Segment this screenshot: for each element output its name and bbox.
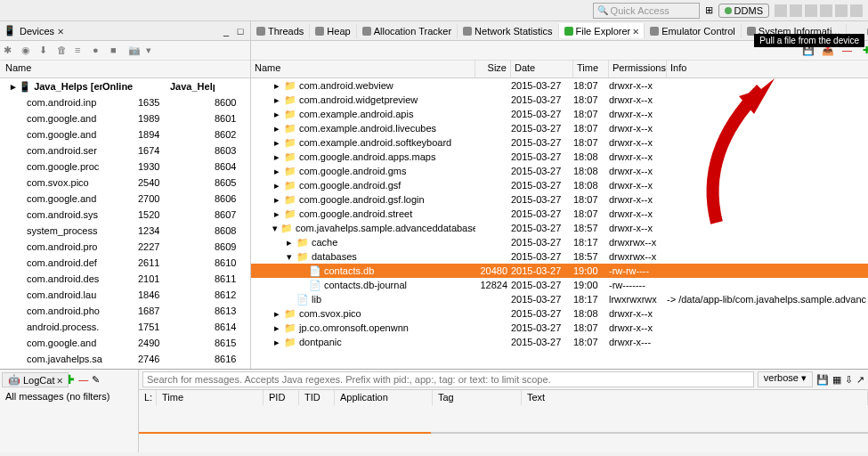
devices-tab-label[interactable]: Devices bbox=[20, 26, 54, 37]
toolbar-icon[interactable] bbox=[775, 4, 787, 17]
tab-network[interactable]: Network Statistics bbox=[458, 24, 558, 38]
file-row[interactable]: ▸📁com.svox.pico2015-03-2718:08drwxr-x--x bbox=[251, 306, 868, 321]
process-row[interactable]: com.google.and24908615 bbox=[0, 335, 250, 351]
file-row[interactable]: ▸📁com.google.android.street2015-03-2718:… bbox=[251, 207, 868, 221]
expand-icon[interactable]: ▾ bbox=[285, 251, 294, 263]
file-row[interactable]: ▸📁com.google.android.gms2015-03-2718:08d… bbox=[251, 164, 868, 178]
perspective-ddms[interactable]: DDMS bbox=[718, 4, 769, 18]
header-name[interactable]: Name bbox=[251, 61, 475, 77]
threads-icon[interactable]: ≡ bbox=[75, 45, 87, 57]
close-icon[interactable]: ⨉ bbox=[58, 25, 63, 37]
file-row[interactable]: ▸📁com.google.android.gsf2015-03-2718:08d… bbox=[251, 178, 868, 192]
process-row[interactable]: com.android.pro22278609 bbox=[0, 239, 250, 255]
file-tree[interactable]: ▸📁com.android.webview2015-03-2718:07drwx… bbox=[251, 78, 868, 369]
file-row[interactable]: ▸📁com.google.android.apps.maps2015-03-27… bbox=[251, 150, 868, 164]
process-row[interactable]: com.android.def26118610 bbox=[0, 255, 250, 271]
process-row[interactable]: com.google.and18948602 bbox=[0, 126, 250, 142]
tab-allocation[interactable]: Allocation Tracker bbox=[357, 24, 458, 38]
process-row[interactable]: system_process12348608 bbox=[0, 223, 250, 239]
file-row[interactable]: ▸📁dontpanic2015-03-2718:07drwxr-x--- bbox=[251, 335, 868, 349]
process-row[interactable]: com.android.ser16748603 bbox=[0, 142, 250, 159]
toolbar-icon[interactable] bbox=[820, 4, 832, 17]
dump-icon[interactable]: ⬇ bbox=[39, 45, 52, 57]
toolbar-icon[interactable] bbox=[790, 4, 802, 17]
remove-filter-icon[interactable]: — bbox=[78, 374, 88, 385]
devices-header-name[interactable]: Name bbox=[0, 61, 37, 77]
process-row[interactable]: com.google.and19898601 bbox=[0, 110, 250, 126]
expand-icon[interactable]: ▸ bbox=[272, 80, 281, 92]
edit-filter-icon[interactable]: ✎ bbox=[92, 374, 100, 386]
process-row[interactable]: com.google.and27008606 bbox=[0, 191, 250, 207]
process-row[interactable]: com.android.lau18468612 bbox=[0, 287, 250, 303]
clear-log-icon[interactable]: ▦ bbox=[832, 374, 841, 386]
expand-icon[interactable]: ▾ bbox=[272, 223, 278, 234]
expand-icon[interactable]: ▸ bbox=[272, 180, 281, 191]
logcat-search-input[interactable] bbox=[142, 371, 754, 387]
emulator-row[interactable]: ▸ 📱 Java_Helps [emula Online Java_Helps … bbox=[0, 78, 250, 94]
toolbar-icon[interactable] bbox=[805, 4, 817, 17]
tab-heap[interactable]: Heap bbox=[310, 24, 356, 38]
expand-icon[interactable]: ▸ bbox=[272, 151, 281, 163]
tab-threads[interactable]: Threads bbox=[251, 24, 310, 38]
expand-icon[interactable]: ▸ bbox=[272, 322, 281, 334]
file-row[interactable]: ▸📁com.example.android.apis2015-03-2718:0… bbox=[251, 107, 868, 121]
scroll-lock-icon[interactable]: ⇩ bbox=[845, 374, 853, 386]
file-row[interactable]: 📄lib2015-03-2718:17lrwxrwxrwx-> /data/ap… bbox=[251, 292, 868, 306]
toolbar-icon[interactable] bbox=[835, 4, 848, 17]
expand-icon[interactable]: ▸ bbox=[272, 337, 281, 348]
profile-icon[interactable]: ● bbox=[93, 45, 105, 57]
tab-file-explorer[interactable]: File Explorer ⨉ bbox=[559, 23, 645, 38]
file-row[interactable]: ▸📁cache2015-03-2718:17drwxrwx--x bbox=[251, 235, 868, 249]
header-info[interactable]: Info bbox=[667, 61, 868, 77]
log-level-select[interactable]: verbose ▾ bbox=[758, 371, 813, 387]
expand-icon[interactable]: ▸ bbox=[272, 208, 281, 220]
process-row[interactable]: com.svox.pico25408605 bbox=[0, 175, 250, 191]
expand-icon[interactable]: ▸ bbox=[272, 166, 281, 177]
tab-emulator[interactable]: Emulator Control bbox=[645, 24, 742, 38]
process-row[interactable]: android.process.17518614 bbox=[0, 319, 250, 335]
file-row[interactable]: ▾📁databases2015-03-2718:57drwxrwx--x bbox=[251, 249, 868, 264]
file-row[interactable]: 📄contacts.db-journal128242015-03-2719:00… bbox=[251, 278, 868, 292]
expand-icon[interactable]: ▸ bbox=[272, 137, 281, 149]
file-row[interactable]: ▸📁com.example.android.softkeyboard2015-0… bbox=[251, 135, 868, 150]
file-row[interactable]: ▸📁com.android.webview2015-03-2718:07drwx… bbox=[251, 78, 868, 93]
file-row[interactable]: ▸📁jp.co.omronsoft.openwnn2015-03-2718:07… bbox=[251, 321, 868, 335]
process-row[interactable]: com.javahelps.sa27468616 bbox=[0, 351, 250, 367]
process-row[interactable]: com.android.des21018611 bbox=[0, 271, 250, 287]
file-row[interactable]: ▸📁com.google.android.gsf.login2015-03-27… bbox=[251, 192, 868, 207]
expand-icon[interactable]: ▸ bbox=[285, 237, 294, 248]
quick-access-search[interactable]: Quick Access bbox=[593, 3, 700, 19]
devices-table[interactable]: ▸ 📱 Java_Helps [emula Online Java_Helps … bbox=[0, 78, 250, 369]
maximize-icon[interactable]: □ bbox=[234, 25, 247, 37]
header-permissions[interactable]: Permissions bbox=[609, 61, 667, 77]
maximize-icon[interactable]: □ bbox=[864, 25, 868, 37]
menu-icon[interactable]: ▾ bbox=[146, 45, 158, 57]
header-size[interactable]: Size bbox=[475, 61, 511, 77]
toolbar-icon[interactable] bbox=[850, 4, 863, 17]
header-time[interactable]: Time bbox=[573, 61, 609, 77]
header-date[interactable]: Date bbox=[511, 61, 573, 77]
close-icon[interactable]: ⨉ bbox=[633, 25, 638, 37]
file-row[interactable]: ▸📁com.android.widgetpreview2015-03-2718:… bbox=[251, 93, 868, 107]
process-row[interactable]: com.android.pho16878613 bbox=[0, 303, 250, 319]
heap-icon[interactable]: ◉ bbox=[21, 45, 34, 57]
gc-icon[interactable]: 🗑 bbox=[57, 45, 69, 57]
expand-icon[interactable]: ▸ bbox=[272, 308, 281, 320]
capture-icon[interactable]: 📷 bbox=[128, 45, 141, 57]
expand-icon[interactable]: ▸ bbox=[272, 109, 281, 120]
close-icon[interactable]: ⨉ bbox=[57, 374, 62, 386]
expand-icon[interactable]: ▸ bbox=[272, 194, 281, 206]
process-row[interactable]: com.android.inp16358600 bbox=[0, 94, 250, 110]
open-perspective-icon[interactable]: ⊞ bbox=[705, 4, 713, 16]
process-row[interactable]: com.google.proc19308604 bbox=[0, 159, 250, 175]
filter-all-messages[interactable]: All messages (no filters) bbox=[0, 389, 138, 403]
expand-icon[interactable]: ▸ bbox=[272, 123, 281, 134]
logcat-tab[interactable]: 🤖 LogCat ⨉ bbox=[2, 372, 69, 387]
file-row[interactable]: ▸📁com.example.android.livecubes2015-03-2… bbox=[251, 121, 868, 135]
save-log-icon[interactable]: 💾 bbox=[816, 374, 829, 386]
process-row[interactable]: com.android.sys15208607 bbox=[0, 207, 250, 223]
file-row[interactable]: ▾📁com.javahelps.sample.advanceddatabase2… bbox=[251, 221, 868, 235]
file-row[interactable]: 📄contacts.db204802015-03-2719:00-rw-rw--… bbox=[251, 264, 868, 278]
debug-icon[interactable]: ✱ bbox=[4, 45, 16, 57]
expand-icon[interactable]: ▸ bbox=[272, 94, 281, 106]
